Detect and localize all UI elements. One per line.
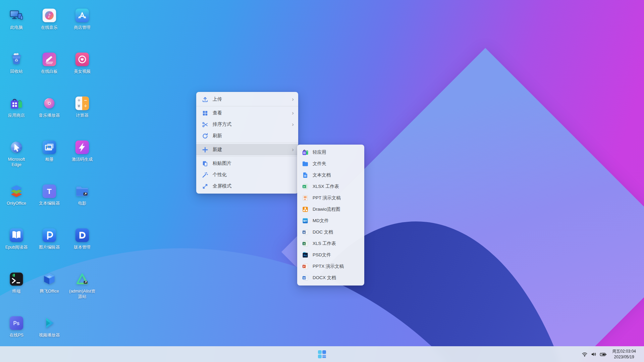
context-menu-item-new-plus[interactable]: 新建 › — [196, 144, 298, 155]
start-button[interactable] — [316, 348, 328, 360]
desktop-icon-text-editor[interactable]: T 文本编辑器 — [33, 180, 66, 224]
desktop-icon-music-player[interactable]: 音乐播放器 — [33, 93, 66, 137]
desktop-icon-label: 腾飞Office — [40, 289, 59, 294]
submenu-item-label: XLSX 工作表 — [313, 184, 339, 190]
desktop-icon-label: 在线PS — [9, 332, 23, 338]
context-menu-item-view-grid[interactable]: 查看 › — [196, 107, 298, 119]
svg-text:X: X — [303, 243, 305, 245]
xlsx-icon: X — [302, 183, 309, 190]
context-menu-item-upload[interactable]: 上传 › — [196, 94, 298, 105]
ppt-icon — [302, 195, 309, 201]
submenu-item-xlsx[interactable]: X XLSX 工作表 — [297, 181, 364, 192]
desktop-icon-movies[interactable]: 电影 — [66, 180, 99, 224]
app-store-icon — [9, 96, 24, 111]
context-menu-item-label: 排序方式 — [213, 121, 287, 127]
system-tray: 周五02:03:04 2023/05/19 — [582, 346, 636, 362]
menu-separator — [196, 156, 298, 157]
terminal-icon: $█ — [9, 272, 24, 287]
desktop-icon-label: 版本管理 — [74, 245, 91, 250]
desktop-icon-app-store[interactable]: 应用商店 — [0, 93, 33, 137]
svg-text:W: W — [303, 231, 305, 234]
svg-text:P: P — [303, 265, 305, 268]
desktop-icon-label: 图片编辑器 — [39, 245, 60, 250]
context-menu-item-refresh[interactable]: 刷新 › — [196, 130, 298, 142]
context-menu-item-paste-image[interactable]: 粘贴图片 › — [196, 158, 298, 169]
volume-icon-volume[interactable] — [591, 351, 597, 357]
context-menu-item-fullscreen[interactable]: 全屏模式 › — [196, 180, 298, 192]
submenu-item-label: 文本文档 — [313, 172, 331, 178]
submenu-item-text-doc[interactable]: 文本文档 — [297, 169, 364, 181]
battery-charging-icon-battery-charging[interactable] — [600, 351, 607, 357]
image-editor-icon — [42, 228, 57, 243]
submenu-item-pptx[interactable]: P PPTX 演示文稿 — [297, 261, 364, 272]
new-plus-icon — [202, 147, 208, 153]
desktop-icon-label: 商店管理 — [74, 25, 91, 30]
svg-text:X: X — [303, 185, 305, 188]
desktop-icon-label: Epub阅读器 — [5, 245, 28, 250]
menu-separator — [196, 143, 298, 143]
desktop-icon-whiteboard[interactable]: 在线白板 — [33, 49, 66, 93]
keygen-icon — [75, 140, 90, 155]
alist-icon — [75, 272, 90, 287]
tengfei-office-icon — [42, 272, 57, 287]
submenu-item-folder[interactable]: 文件夹 — [297, 158, 364, 169]
svg-text:÷: ÷ — [84, 104, 87, 108]
photos-icon — [42, 140, 57, 155]
store-manager-icon — [75, 8, 90, 23]
svg-text:$█: $█ — [12, 274, 15, 277]
desktop-icon-grid: 此电脑 ♻ 回收站 应用商店 Microsoft Edge OnlyOffice… — [0, 5, 99, 356]
taskbar-clock[interactable]: 周五02:03:04 2023/05/19 — [612, 349, 636, 359]
desktop-icon-recycle-bin[interactable]: ♻ 回收站 — [0, 49, 33, 93]
desktop-icon-photos[interactable]: 相册 — [33, 137, 66, 180]
submenu-item-md[interactable]: M+ MD文件 — [297, 215, 364, 226]
desktop-icon-keygen[interactable]: 激活码生成 — [66, 137, 99, 180]
upload-icon — [202, 96, 208, 103]
girl-video-icon — [75, 52, 90, 67]
desktop-icon-online-music[interactable]: ♪ 在线音乐 — [33, 5, 66, 49]
xls-icon: X — [302, 240, 309, 247]
desktop-icon-version-manager[interactable]: 版本管理 — [66, 224, 99, 268]
context-menu-item-label: 个性化 — [213, 172, 287, 178]
submenu-item-docx[interactable]: W DOCX 文档 — [297, 272, 364, 283]
desktop-icon-image-editor[interactable]: 图片编辑器 — [33, 224, 66, 268]
submenu-item-light-app[interactable]: 轻应用 — [297, 147, 364, 158]
desktop-icon-this-pc[interactable]: 此电脑 — [0, 5, 33, 49]
submenu-item-label: PSD文件 — [313, 252, 331, 258]
desktop-icon-store-manager[interactable]: 商店管理 — [66, 5, 99, 49]
desktop-icon-label: 视频播放器 — [39, 332, 60, 338]
version-manager-icon — [75, 228, 90, 243]
desktop-icon-edge[interactable]: Microsoft Edge — [0, 137, 33, 180]
svg-text:♻: ♻ — [15, 58, 18, 63]
submenu-item-xls[interactable]: X XLS 工作表 — [297, 238, 364, 249]
context-menu-item-label: 上传 — [213, 96, 287, 102]
desktop-icon-onlyoffice[interactable]: OnlyOffice — [0, 180, 33, 224]
context-menu-item-personalize[interactable]: 个性化 › — [196, 169, 298, 180]
menu-separator — [196, 106, 298, 106]
desktop-icon-alist[interactable]: (admin)Alist资源站 — [66, 268, 99, 312]
submenu-item-doc[interactable]: W DOC 文档 — [297, 226, 364, 238]
recycle-bin-icon: ♻ — [9, 52, 24, 67]
sort-icon — [202, 121, 208, 128]
chevron-right-icon: › — [292, 121, 294, 127]
desktop-icon-epub-reader[interactable]: Epub阅读器 — [0, 224, 33, 268]
desktop-icon-label: 相册 — [45, 157, 54, 162]
desktop-icon-calculator[interactable]: +¥−÷ 计算器 — [66, 93, 99, 137]
new-submenu: 轻应用 文件夹 文本文档 X XLSX 工作表 PPT 演示文稿 Drawio流… — [297, 145, 364, 286]
context-menu: 上传 › 查看 › 排序方式 › 刷新 › 新建 › 粘贴图片 › 个性化 › — [196, 92, 298, 194]
wifi-icon-wifi[interactable] — [582, 351, 588, 357]
docx-icon: W — [302, 274, 309, 281]
view-grid-icon — [202, 110, 208, 116]
desktop-icon-label: 在线白板 — [41, 69, 58, 74]
desktop-icon-tengfei-office[interactable]: 腾飞Office — [33, 268, 66, 312]
light-app-icon — [302, 149, 309, 156]
submenu-item-psd[interactable]: Ps PSD文件 — [297, 249, 364, 261]
submenu-item-ppt[interactable]: PPT 演示文稿 — [297, 192, 364, 204]
text-editor-icon: T — [42, 184, 57, 199]
submenu-item-label: XLS 工作表 — [313, 241, 336, 247]
context-menu-item-sort[interactable]: 排序方式 › — [196, 119, 298, 130]
submenu-item-drawio[interactable]: Drawio流程图 — [297, 204, 364, 215]
desktop-icon-terminal[interactable]: $█ 终端 — [0, 268, 33, 312]
chevron-right-icon: › — [292, 147, 294, 152]
svg-text:−: − — [84, 98, 87, 103]
desktop-icon-girl-video[interactable]: 美女视频 — [66, 49, 99, 93]
